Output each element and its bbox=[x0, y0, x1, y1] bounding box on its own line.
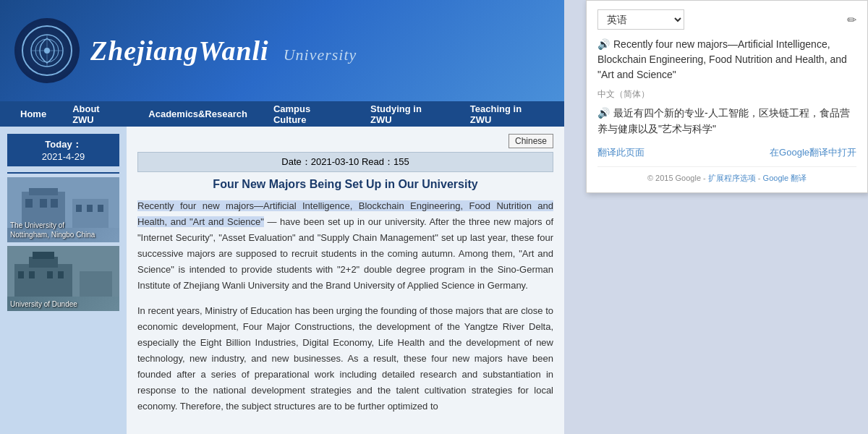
popup-copyright: © 2015 Google - 扩展程序选项 - Google 翻译 bbox=[597, 166, 856, 184]
svg-rect-12 bbox=[98, 205, 103, 212]
nav-teaching[interactable]: Teaching in ZWU bbox=[457, 101, 557, 127]
translate-popup: 英语 ✏ 🔊Recently four new majors—Artificia… bbox=[586, 0, 868, 193]
svg-rect-14 bbox=[14, 264, 72, 297]
copyright-text: © 2015 Google - bbox=[647, 174, 708, 182]
svg-rect-17 bbox=[80, 271, 112, 297]
svg-rect-11 bbox=[87, 205, 93, 212]
svg-rect-7 bbox=[25, 199, 33, 208]
svg-rect-20 bbox=[47, 271, 53, 278]
logo-symbol bbox=[22, 25, 72, 76]
today-box: Today： 2021-4-29 bbox=[7, 134, 119, 166]
tts-icon-cn[interactable]: 🔊 bbox=[597, 107, 610, 119]
sidebar-image-1: The University ofNottingham, Ningbo Chin… bbox=[7, 177, 119, 242]
popup-english-text: 🔊Recently four new majors—Artificial Int… bbox=[597, 37, 856, 82]
svg-rect-5 bbox=[29, 188, 58, 195]
sidebar-img2-label: University of Dundee bbox=[10, 300, 77, 308]
university-name: ZhejiangWanli University bbox=[90, 35, 357, 67]
content-wrapper: Today： 2021-4-29 bbox=[0, 127, 564, 434]
nav-about[interactable]: About ZWU bbox=[59, 101, 135, 127]
sidebar-img1-label: The University ofNottingham, Ningbo Chin… bbox=[10, 221, 95, 239]
svg-rect-16 bbox=[33, 252, 54, 259]
header: ZhejiangWanli University bbox=[0, 0, 564, 101]
tts-icon-en[interactable]: 🔊 bbox=[597, 38, 610, 50]
svg-rect-19 bbox=[29, 271, 35, 278]
body-part2: In recent years, Ministry of Education h… bbox=[137, 303, 553, 415]
svg-rect-21 bbox=[58, 271, 64, 278]
main-content: Chinese Date：2021-03-10 Read：155 Four Ne… bbox=[127, 127, 564, 434]
popup-header: 英语 ✏ bbox=[597, 9, 856, 30]
date-bar: Date：2021-03-10 Read：155 bbox=[137, 152, 553, 172]
popup-footer: 翻译此页面 在Google翻译中打开 bbox=[597, 146, 856, 159]
cn-text: 最近有四个新的专业-人工智能，区块链工程，食品营养与健康以及"艺术与科学" bbox=[597, 107, 850, 135]
article-title: Four New Majors Being Set Up in Our Univ… bbox=[137, 178, 553, 191]
popup-lang-label: 中文（简体） bbox=[597, 88, 856, 101]
body-part1: — have been set up in our university. Af… bbox=[137, 216, 553, 291]
language-select[interactable]: 英语 bbox=[597, 9, 684, 30]
today-label: Today： bbox=[12, 138, 115, 151]
sidebar-image-2: University of Dundee bbox=[7, 246, 119, 311]
svg-rect-8 bbox=[40, 199, 47, 208]
svg-rect-18 bbox=[18, 271, 24, 278]
article-body: Recently four new majors—Artificial Inte… bbox=[137, 198, 553, 414]
university-title: ZhejiangWanli University bbox=[90, 35, 357, 67]
svg-rect-10 bbox=[76, 205, 82, 212]
open-google-link[interactable]: 在Google翻译中打开 bbox=[770, 146, 856, 159]
sidebar: Today： 2021-4-29 bbox=[0, 127, 127, 434]
sidebar-divider bbox=[7, 172, 119, 174]
university-logo bbox=[14, 18, 80, 83]
google-translate-link[interactable]: Google 翻译 bbox=[763, 174, 807, 182]
separator: - bbox=[756, 174, 763, 182]
en-text: Recently four new majors—Artificial Inte… bbox=[597, 38, 847, 80]
svg-rect-9 bbox=[51, 199, 58, 208]
extensions-link[interactable]: 扩展程序选项 bbox=[708, 174, 756, 182]
today-date: 2021-4-29 bbox=[12, 151, 115, 162]
nav-campus[interactable]: Campus Culture bbox=[260, 101, 357, 127]
main-nav: Home About ZWU Academics&Research Campus… bbox=[0, 101, 564, 127]
nav-academics[interactable]: Academics&Research bbox=[135, 101, 260, 127]
translate-page-link[interactable]: 翻译此页面 bbox=[597, 146, 644, 159]
svg-point-2 bbox=[44, 48, 50, 54]
popup-chinese-text: 🔊最近有四个新的专业-人工智能，区块链工程，食品营养与健康以及"艺术与科学" bbox=[597, 105, 856, 137]
edit-icon[interactable]: ✏ bbox=[847, 13, 856, 27]
nav-home[interactable]: Home bbox=[7, 101, 59, 127]
chinese-button[interactable]: Chinese bbox=[509, 134, 553, 148]
nav-studying[interactable]: Studying in ZWU bbox=[357, 101, 457, 127]
